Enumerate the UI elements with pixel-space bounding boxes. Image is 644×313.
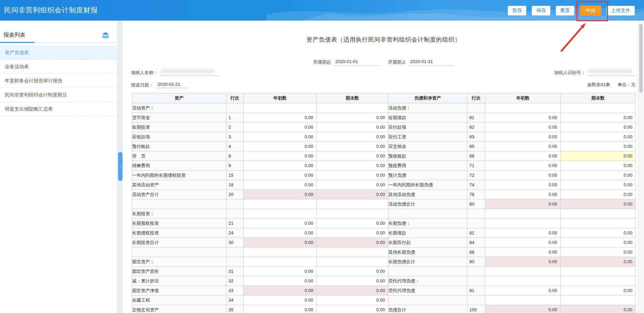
cell-begin-value[interactable]: 0.00 bbox=[485, 180, 561, 190]
cell-line-no: 2 bbox=[226, 123, 244, 132]
cell-end-value[interactable]: 0.00 bbox=[317, 132, 388, 142]
sidebar-item-1[interactable]: 业务活动表 bbox=[0, 60, 117, 74]
cell-end-value[interactable]: 0.00 bbox=[561, 123, 636, 132]
cell-begin-value[interactable]: 0.00 bbox=[485, 190, 561, 199]
reset-button[interactable]: 重置 bbox=[556, 6, 574, 15]
filing-date-value[interactable]: 2020-02-21 bbox=[155, 82, 189, 88]
cell-begin-value[interactable]: 0.00 bbox=[485, 113, 561, 123]
cell-end-value[interactable]: 0.00 bbox=[561, 228, 636, 238]
cell-line-no: 32 bbox=[226, 276, 244, 286]
cell-end-value[interactable]: 0.00 bbox=[561, 142, 636, 151]
upload-file-button[interactable]: 上传文件 bbox=[607, 6, 635, 15]
cell-begin-value[interactable]: 0.00 bbox=[244, 295, 317, 305]
cell-end-value[interactable]: 0.00 bbox=[317, 171, 388, 180]
table-row: 长期投资合计300.000.00长期应付款840.000.00 bbox=[132, 238, 636, 247]
cell-begin-value[interactable]: 0.00 bbox=[244, 151, 317, 161]
cell-end-value[interactable]: 0.00 bbox=[317, 190, 388, 199]
cell-label: 流动负债： bbox=[388, 103, 467, 113]
cell-label: 货币资金 bbox=[132, 113, 226, 123]
cell-end-value[interactable]: 0.00 bbox=[317, 123, 388, 132]
cell-begin-value bbox=[244, 209, 317, 219]
cell-end-value[interactable]: 0.00 bbox=[317, 267, 388, 276]
cell-end-value[interactable]: 0.00 bbox=[317, 305, 388, 313]
table-row: 流动资产：流动负债： bbox=[132, 103, 636, 113]
page-title: 资产负债表（适用执行民间非营利组织会计制度的组织） bbox=[132, 36, 635, 44]
cell-end-value[interactable]: 0.00 bbox=[561, 286, 636, 295]
cell-end-value[interactable]: 0.00 bbox=[561, 132, 636, 142]
cell-begin-value[interactable]: 0.00 bbox=[244, 238, 317, 247]
cell-end-value[interactable]: 0.00 bbox=[561, 247, 636, 257]
taxpayer-name-field[interactable] bbox=[160, 69, 218, 76]
cell-end-value[interactable]: 0.00 bbox=[317, 180, 388, 190]
taxpayer-id-field[interactable] bbox=[587, 69, 635, 76]
sidebar-item-2[interactable]: 年度财务会计报告审计报告 bbox=[0, 74, 117, 88]
cell-end-value[interactable]: 0.00 bbox=[317, 161, 388, 171]
cell-begin-value[interactable]: 0.00 bbox=[485, 123, 561, 132]
cell-end-value[interactable]: 0.00 bbox=[317, 228, 388, 238]
scrollbar-thumb[interactable] bbox=[639, 24, 643, 93]
cell-begin-value[interactable]: 0.00 bbox=[485, 151, 561, 161]
cell-end-value[interactable]: 0.00 bbox=[317, 142, 388, 151]
cell-end-value[interactable]: 0.00 bbox=[561, 180, 636, 190]
unit-label: 单位：元 bbox=[618, 82, 635, 88]
cell-begin-value[interactable]: 0.00 bbox=[485, 132, 561, 142]
cell-end-value[interactable]: 0.00 bbox=[561, 151, 636, 161]
cell-begin-value[interactable]: 0.00 bbox=[244, 142, 317, 151]
cell-begin-value[interactable]: 0.00 bbox=[244, 305, 317, 313]
cell-end-value[interactable]: 0.00 bbox=[317, 286, 388, 295]
declare-button[interactable]: 申报 bbox=[580, 5, 601, 16]
cell-end-value[interactable]: 0.00 bbox=[317, 276, 388, 286]
cell-begin-value[interactable]: 0.00 bbox=[244, 171, 317, 180]
cell-end-value[interactable]: 0.00 bbox=[561, 238, 636, 247]
period-end-input[interactable]: 2020-01-31 bbox=[409, 59, 454, 66]
cell-end-value[interactable]: 0.00 bbox=[317, 238, 388, 247]
cell-begin-value[interactable]: 0.00 bbox=[244, 180, 317, 190]
cell-begin-value[interactable]: 0.00 bbox=[244, 267, 317, 276]
cell-begin-value[interactable]: 0.00 bbox=[485, 142, 561, 151]
cell-begin-value[interactable]: 0.00 bbox=[244, 228, 317, 238]
cell-end-value[interactable]: 0.00 bbox=[561, 257, 636, 267]
cell-begin-value[interactable]: 0.00 bbox=[244, 286, 317, 295]
cell-begin-value[interactable]: 0.00 bbox=[244, 113, 317, 123]
cell-label: 其他长期负债 bbox=[388, 247, 467, 257]
cell-begin-value[interactable]: 0.00 bbox=[485, 247, 561, 257]
cell-end-value[interactable]: 0.00 bbox=[561, 113, 636, 123]
save-button[interactable]: 保存 bbox=[532, 6, 550, 15]
cell-label: 应收款项 bbox=[132, 132, 226, 142]
cell-begin-value[interactable]: 0.00 bbox=[485, 257, 561, 267]
cell-end-value[interactable]: 0.00 bbox=[561, 190, 636, 199]
layers-icon[interactable] bbox=[102, 32, 109, 38]
cell-end-value[interactable]: 0.00 bbox=[561, 161, 636, 171]
cell-label: 预收账款 bbox=[388, 151, 467, 161]
sidebar-collapse-handle[interactable]: ‹ bbox=[118, 152, 122, 181]
cell-end-value[interactable]: 0.00 bbox=[561, 199, 636, 209]
sidebar-item-4[interactable]: 研发支出辅助账汇总表 bbox=[0, 102, 117, 116]
cell-end-value[interactable]: 0.00 bbox=[561, 305, 636, 313]
cell-begin-value[interactable]: 0.00 bbox=[485, 161, 561, 171]
cell-end-value[interactable]: 0.00 bbox=[317, 113, 388, 123]
cell-end-value[interactable]: 0.00 bbox=[317, 295, 388, 305]
table-row: 固定资产原价310.000.00 bbox=[132, 267, 636, 276]
sidebar-item-0[interactable]: 资产负债表 bbox=[0, 46, 117, 60]
cell-end-value[interactable]: 0.00 bbox=[317, 151, 388, 161]
cell-begin-value[interactable]: 0.00 bbox=[485, 286, 561, 295]
temp-save-button[interactable]: 暂存 bbox=[508, 6, 526, 15]
period-start-input[interactable]: 2020-01-01 bbox=[334, 59, 379, 66]
cell-begin-value[interactable]: 0.00 bbox=[244, 276, 317, 286]
cell-begin-value[interactable]: 0.00 bbox=[485, 171, 561, 180]
cell-begin-value[interactable]: 0.00 bbox=[485, 238, 561, 247]
cell-end-value[interactable]: 0.00 bbox=[317, 219, 388, 228]
cell-begin-value[interactable]: 0.00 bbox=[485, 228, 561, 238]
cell-begin-value[interactable]: 0.00 bbox=[244, 219, 317, 228]
vertical-scrollbar[interactable] bbox=[638, 21, 644, 313]
cell-begin-value[interactable]: 0.00 bbox=[244, 190, 317, 199]
sidebar-item-3[interactable]: 民间非营利组织会计制度附注 bbox=[0, 88, 117, 102]
cell-begin-value[interactable]: 0.00 bbox=[485, 199, 561, 209]
cell-begin-value[interactable]: 0.00 bbox=[244, 161, 317, 171]
cell-line-no: 4 bbox=[226, 142, 244, 151]
cell-begin-value[interactable]: 0.00 bbox=[485, 305, 561, 313]
cell-label: 其他流动负债 bbox=[388, 190, 467, 199]
cell-end-value[interactable]: 0.00 bbox=[561, 171, 636, 180]
cell-begin-value[interactable]: 0.00 bbox=[244, 123, 317, 132]
cell-begin-value[interactable]: 0.00 bbox=[244, 132, 317, 142]
